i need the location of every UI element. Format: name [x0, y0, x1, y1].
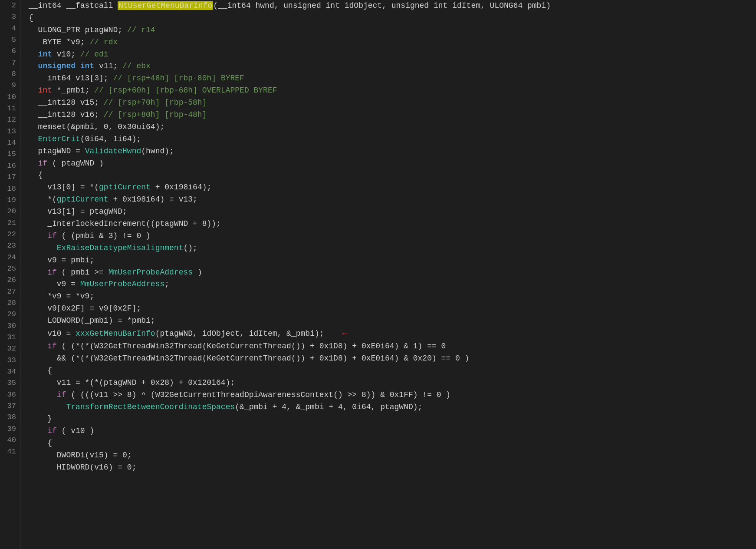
plain-token: (0i64, 1i64);	[80, 135, 141, 143]
plain-token: ULONG_PTR ptagWND;	[29, 26, 127, 34]
plain-token: ( ptagWND )	[47, 159, 104, 168]
comment-token: // r14	[127, 26, 155, 34]
code-line: DWORD1(v15) = 0;	[29, 450, 756, 462]
code-line: v10 = xxxGetMenuBarInfo(ptagWND, idObjec…	[29, 327, 756, 341]
plain-token: + 0x198i64);	[151, 183, 211, 192]
control-flow-token: if	[29, 390, 66, 399]
plain-token: DWORD1(v15) = 0;	[29, 451, 132, 460]
plain-token: v13[0] = *(	[29, 183, 99, 192]
line-number: 36	[0, 389, 16, 400]
plain-token: v11 = *(*(ptagWND + 0x28) + 0x120i64);	[29, 378, 235, 387]
type-function-token: gptiCurrent	[57, 195, 108, 204]
plain-token: }	[29, 414, 52, 423]
plain-token: v10;	[52, 50, 80, 59]
code-line: __int64 __fastcall NtUserGetMenuBarInfo(…	[29, 0, 756, 12]
type-function-token: MmUserProbeAddress	[108, 268, 193, 277]
code-line: TransformRectBetweenCoordinateSpaces(&_p…	[29, 401, 756, 413]
plain-token: (ptagWND, idObject, idItem, &_pmbi);	[155, 329, 324, 338]
plain-token: _BYTE *v9;	[29, 38, 89, 46]
line-number: 16	[0, 160, 16, 172]
code-content[interactable]: __int64 __fastcall NtUserGetMenuBarInfo(…	[21, 0, 756, 549]
line-number: 19	[0, 195, 16, 206]
plain-token: ;	[164, 280, 169, 288]
plain-token: (__int64 hwnd, unsigned int idObject, un…	[213, 1, 551, 10]
plain-token: _InterlockedIncrement((ptagWND + 8));	[29, 219, 221, 228]
plain-token: (&_pmbi + 4, &_pmbi + 4, 0i64, ptagWND);	[235, 403, 422, 411]
plain-token: {	[29, 366, 52, 375]
code-line: v9 = MmUserProbeAddress;	[29, 278, 756, 291]
control-flow-token: if	[29, 342, 57, 351]
line-number: 38	[0, 412, 16, 423]
line-number: 22	[0, 229, 16, 240]
line-number: 5	[0, 34, 16, 46]
code-line: if ( v10 )	[29, 425, 756, 437]
type-function-token: gptiCurrent	[99, 183, 151, 192]
code-line: if ( (pmbi & 3) != 0 )	[29, 230, 756, 242]
line-number: 40	[0, 435, 16, 446]
code-line: {	[29, 437, 756, 450]
code-line: {	[29, 169, 756, 182]
plain-token: v10 =	[29, 329, 76, 338]
code-line: *v9 = *v9;	[29, 291, 756, 303]
plain-token: ( (pmbi & 3) != 0 )	[57, 232, 151, 240]
plain-token: *_pmbi;	[52, 86, 94, 95]
line-number: 10	[0, 92, 16, 103]
plain-token: ptagWND =	[29, 147, 85, 155]
line-number: 8	[0, 69, 16, 80]
plain-token: *(	[29, 195, 57, 204]
comment-token: // ebx	[122, 62, 151, 70]
plain-token: + 0x198i64) = v13;	[108, 195, 197, 204]
line-number: 41	[0, 446, 16, 457]
line-number: 14	[0, 137, 16, 149]
line-number: 13	[0, 126, 16, 137]
plain-token: && (*(*(W32GetThreadWin32Thread(KeGetCur…	[29, 354, 469, 363]
line-number: 37	[0, 400, 16, 412]
code-line: unsigned int v11; // ebx	[29, 60, 756, 73]
code-line: int *_pmbi; // [rsp+60h] [rbp-68h] OVERL…	[29, 85, 756, 97]
code-line: _BYTE *v9; // rdx	[29, 36, 756, 49]
comment-token: // [rsp+80h] [rbp-48h]	[104, 110, 207, 119]
plain-token: ( v10 )	[57, 427, 94, 435]
type-function-token: MmUserProbeAddress	[80, 280, 164, 288]
code-line: if ( ptagWND )	[29, 158, 756, 170]
plain-token: memset(&pmbi, 0, 0x30ui64);	[29, 122, 164, 131]
code-line: v9 = pmbi;	[29, 255, 756, 267]
code-line: LODWORD(_pmbi) = *pmbi;	[29, 315, 756, 327]
plain-token: ( (((v11 >> 8) ^ (W32GetCurrentThreadDpi…	[66, 390, 450, 399]
keyword-token: int	[29, 50, 52, 59]
line-number: 26	[0, 274, 16, 286]
line-number: 34	[0, 366, 16, 377]
plain-token: ( pmbi >=	[57, 268, 108, 277]
line-number: 28	[0, 298, 16, 309]
line-number: 21	[0, 218, 16, 229]
plain-token: LODWORD(_pmbi) = *pmbi;	[29, 316, 155, 325]
line-number: 7	[0, 57, 16, 69]
line-number: 25	[0, 263, 16, 274]
code-line: HIDWORD(v16) = 0;	[29, 462, 756, 474]
control-flow-token: if	[29, 159, 47, 168]
plain-token: v9 = pmbi;	[29, 256, 94, 265]
line-number: 9	[0, 80, 16, 91]
line-number: 4	[0, 23, 16, 34]
code-line: __int128 v15; // [rsp+70h] [rbp-58h]	[29, 97, 756, 109]
line-number: 31	[0, 332, 16, 343]
line-number: 32	[0, 343, 16, 354]
code-line: if ( (((v11 >> 8) ^ (W32GetCurrentThread…	[29, 389, 756, 401]
type-function-token: xxxGetMenuBarInfo	[76, 329, 155, 338]
line-number: 6	[0, 46, 16, 57]
code-line: EnterCrit(0i64, 1i64);	[29, 133, 756, 146]
comment-token: // [rsp+48h] [rbp-80h] BYREF	[113, 74, 244, 83]
code-line: ptagWND = ValidateHwnd(hwnd);	[29, 146, 756, 158]
code-line: *(gptiCurrent + 0x198i64) = v13;	[29, 194, 756, 206]
line-number: 2	[0, 0, 16, 11]
type-function-token: EnterCrit	[29, 135, 80, 143]
code-line: ExRaiseDatatypeMisalignment();	[29, 242, 756, 255]
line-number: 27	[0, 286, 16, 298]
plain-token: __int64 __fastcall	[29, 1, 118, 10]
plain-token: __int128 v15;	[29, 98, 104, 107]
error-token: int	[29, 86, 52, 95]
code-line: v13[0] = *(gptiCurrent + 0x198i64);	[29, 182, 756, 194]
plain-token: v13[1] = ptagWND;	[29, 207, 127, 216]
code-line: v9[0x2F] = v9[0x2F];	[29, 303, 756, 315]
plain-token: {	[29, 171, 43, 179]
